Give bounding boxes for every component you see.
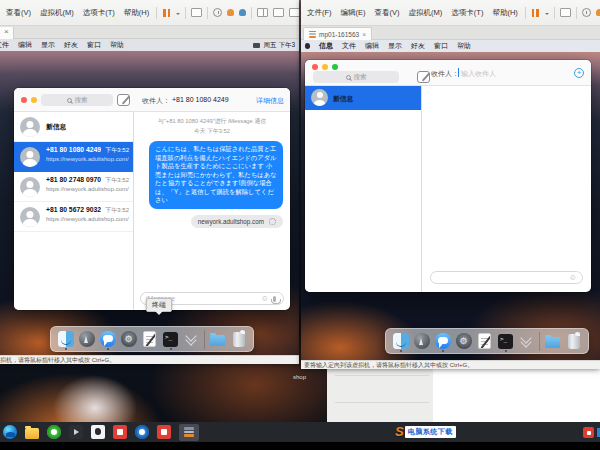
file-explorer-icon[interactable]: [25, 428, 39, 439]
menu-edit[interactable]: 编辑(E): [339, 7, 368, 19]
input-source-icon[interactable]: [253, 43, 260, 48]
snapshot-user-icon[interactable]: [227, 9, 234, 16]
media-player-icon[interactable]: [69, 425, 83, 439]
minimize-window-icon[interactable]: [322, 64, 328, 70]
background-window-panel: [327, 369, 433, 422]
link-preview-bubble[interactable]: newyork.adultshop.com: [191, 215, 283, 228]
microphone-icon[interactable]: [273, 296, 276, 302]
menubar-help[interactable]: 帮助: [457, 41, 471, 51]
menubar-file[interactable]: 文件: [0, 40, 9, 50]
emoji-icon[interactable]: ☺: [569, 274, 577, 282]
menubar-help[interactable]: 帮助: [110, 40, 124, 50]
system-preferences-icon[interactable]: ⚙: [455, 332, 472, 350]
messages-titlebar[interactable]: 搜索 收件人： 输入收件人 +: [305, 60, 591, 86]
downloads-folder-icon[interactable]: [544, 332, 561, 350]
messages-titlebar[interactable]: 搜索 收件人： +81 80 1080 4249 详细信息: [14, 88, 290, 112]
vmware-tabstrip: ×: [0, 26, 299, 39]
menubar-edit[interactable]: 编辑: [365, 41, 379, 51]
vm-tab[interactable]: mp01-161563 ×: [303, 27, 372, 40]
downloads-folder-icon[interactable]: [209, 330, 226, 348]
trash-icon[interactable]: [565, 332, 582, 350]
trash-icon[interactable]: [230, 330, 247, 348]
snapshot-clock-icon[interactable]: [582, 8, 591, 17]
red-app-icon[interactable]: [113, 425, 127, 439]
tab-close-icon[interactable]: ×: [4, 27, 9, 36]
menu-file[interactable]: 文件(F): [305, 7, 334, 19]
compose-button[interactable]: [117, 94, 130, 106]
menubar-clock[interactable]: 周五 下午3: [264, 41, 295, 50]
tab-close-icon[interactable]: ×: [362, 31, 366, 38]
menubar-appname[interactable]: 信息: [319, 41, 333, 51]
menu-tabs[interactable]: 选项卡(T): [81, 7, 117, 19]
emoji-icon[interactable]: ☺: [261, 295, 269, 303]
finder-icon[interactable]: [392, 332, 409, 350]
snapshot-user-icon[interactable]: [596, 9, 600, 16]
list-item[interactable]: 新信息: [14, 112, 133, 142]
list-item[interactable]: +81 80 2748 0970 下午3:52 https://newyork.…: [14, 172, 133, 202]
message-input[interactable]: ☺: [430, 271, 583, 284]
power-dropdown-icon[interactable]: [176, 13, 180, 17]
blue-app-icon[interactable]: [135, 425, 149, 439]
menu-vm[interactable]: 虚拟机(M): [407, 7, 445, 19]
white-app-icon[interactable]: [91, 425, 105, 439]
terminal-icon[interactable]: >_: [497, 332, 514, 350]
textedit-icon[interactable]: [141, 330, 158, 348]
tray-red-indicator-icon[interactable]: [583, 427, 594, 438]
minimize-window-icon[interactable]: [31, 97, 37, 103]
recipient-placeholder[interactable]: 输入收件人: [461, 69, 496, 79]
menu-help[interactable]: 帮助(H): [490, 7, 519, 19]
suspend-vm-button[interactable]: [162, 9, 171, 17]
menubar-buddies[interactable]: 好友: [64, 40, 78, 50]
messages-app-icon[interactable]: [434, 332, 451, 350]
menu-view[interactable]: 查看(V): [373, 7, 402, 19]
system-preferences-icon[interactable]: ⚙: [120, 330, 137, 348]
search-input[interactable]: 搜索: [41, 94, 113, 106]
revert-snapshot-icon[interactable]: [239, 9, 246, 16]
menubar-view[interactable]: 显示: [41, 40, 55, 50]
launchpad-icon[interactable]: [78, 330, 95, 348]
search-input[interactable]: 搜索: [313, 71, 399, 83]
list-item-selected[interactable]: 新信息: [305, 86, 421, 110]
messages-app-icon[interactable]: [99, 330, 116, 348]
menubar-buddies[interactable]: 好友: [411, 41, 425, 51]
show-library-icon[interactable]: [257, 8, 268, 17]
vmware-taskbar-icon-active[interactable]: [179, 424, 199, 441]
apple-logo-icon[interactable]: [305, 43, 310, 49]
compose-button[interactable]: [417, 71, 430, 83]
show-thumbnail-icon[interactable]: [273, 8, 284, 17]
menu-view[interactable]: 查看(V): [4, 7, 33, 19]
downloads-stack-icon[interactable]: [518, 332, 535, 350]
close-window-icon[interactable]: [312, 64, 318, 70]
finder-icon[interactable]: [57, 330, 74, 348]
menubar-window[interactable]: 窗口: [434, 41, 448, 51]
send-ctrl-alt-del-icon[interactable]: [191, 8, 202, 17]
fullscreen-icon[interactable]: [289, 8, 299, 17]
snapshot-clock-icon[interactable]: [213, 8, 222, 17]
red-app-icon-2[interactable]: [157, 425, 171, 439]
launchpad-icon[interactable]: [413, 332, 430, 350]
menubar-file[interactable]: 文件: [342, 41, 356, 51]
terminal-icon[interactable]: >_: [162, 330, 179, 348]
add-recipient-icon[interactable]: +: [574, 68, 584, 78]
menubar-window[interactable]: 窗口: [87, 40, 101, 50]
details-link[interactable]: 详细信息: [256, 96, 284, 106]
send-ctrl-alt-del-icon[interactable]: [560, 8, 571, 17]
menubar-view[interactable]: 显示: [388, 41, 402, 51]
suspend-vm-button[interactable]: [531, 9, 540, 17]
list-item-selected[interactable]: +81 80 1080 4249 下午3:52 https://newyork.…: [14, 142, 133, 172]
watermark: S 电脑系统下载: [395, 425, 456, 438]
downloads-stack-icon[interactable]: [183, 330, 200, 348]
close-window-icon[interactable]: [21, 97, 27, 103]
edge-browser-icon[interactable]: [3, 425, 17, 439]
menubar-edit[interactable]: 编辑: [18, 40, 32, 50]
green-app-icon[interactable]: [47, 425, 61, 439]
zoom-window-icon[interactable]: [332, 64, 338, 70]
menu-vm[interactable]: 虚拟机(M): [38, 7, 76, 19]
conversation-list: 新信息 +81 80 1080 4249 下午3:52 https://newy…: [14, 112, 134, 310]
list-item[interactable]: +81 80 5672 9032 下午3:52 https://newyork.…: [14, 202, 133, 232]
menu-help[interactable]: 帮助(H): [122, 7, 151, 19]
recipient-value[interactable]: +81 80 1080 4249: [172, 96, 229, 103]
power-dropdown-icon[interactable]: [545, 13, 549, 17]
textedit-icon[interactable]: [476, 332, 493, 350]
menu-tabs[interactable]: 选项卡(T): [449, 7, 485, 19]
